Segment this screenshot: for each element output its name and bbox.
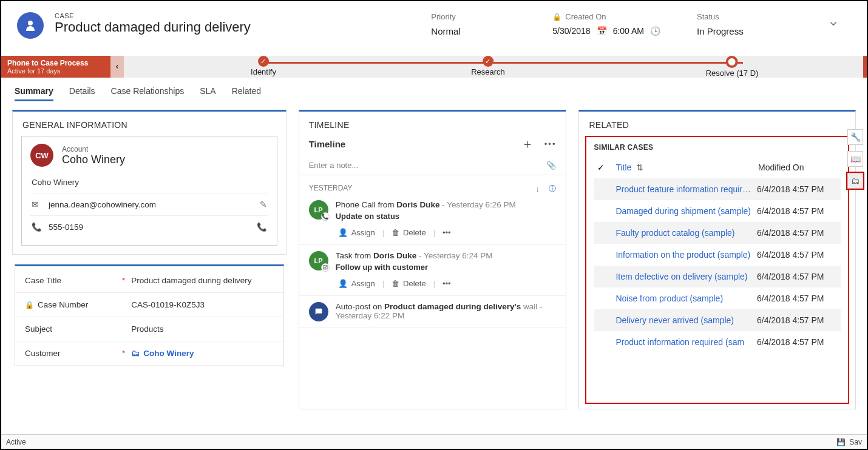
- tab-sla[interactable]: SLA: [200, 86, 215, 101]
- sort-icon[interactable]: ⇅: [636, 163, 643, 172]
- assign-button[interactable]: 👤Assign: [336, 278, 378, 289]
- activity-subject: Update on status: [336, 212, 557, 221]
- general-title: GENERAL INFORMATION: [13, 112, 286, 136]
- related-panel: RELATED SIMILAR CASES ✓ Title ⇅ Modified…: [578, 110, 856, 409]
- phone-icon: 📞: [32, 222, 42, 232]
- attachment-icon[interactable]: 📎: [546, 161, 556, 170]
- case-modified: 6/4/2018 4:57 PM: [757, 272, 836, 281]
- case-title-link[interactable]: Damaged during shipment (sample): [615, 206, 757, 216]
- timeline-group-label: YESTERDAY: [309, 184, 353, 194]
- similar-case-row[interactable]: Product feature information requir…6/4/2…: [594, 178, 841, 200]
- save-button[interactable]: 💾Sav: [836, 438, 862, 446]
- business-process-flow: Phone to Case Process Active for 17 days…: [1, 56, 867, 78]
- timeline-note-input[interactable]: Enter a note... 📎: [299, 156, 566, 175]
- general-information-panel: GENERAL INFORMATION CW Account Coho Wine…: [12, 110, 287, 255]
- field-customer[interactable]: Customer * 🗂Coho Winery: [15, 341, 283, 366]
- case-title-link[interactable]: Product feature information requir…: [615, 184, 757, 194]
- case-title-link[interactable]: Faulty product catalog (sample): [615, 228, 757, 238]
- sort-arrow-icon[interactable]: ↓: [535, 185, 539, 193]
- tab-case-relationships[interactable]: Case Relationships: [111, 86, 185, 101]
- user-avatar: LP📞: [309, 200, 328, 220]
- more-icon[interactable]: •••: [440, 227, 453, 238]
- assistant-rail: 🔧 📖 🗂: [847, 129, 863, 189]
- timeline-overflow-icon[interactable]: •••: [544, 139, 557, 149]
- stage-research[interactable]: ✓Research: [471, 56, 505, 76]
- similar-case-row[interactable]: Item defective on delivery (sample)6/4/2…: [594, 266, 841, 287]
- trash-icon: 🗑: [392, 279, 399, 288]
- rail-wrench-icon[interactable]: 🔧: [847, 129, 863, 145]
- field-case-title[interactable]: Case Title * Product damaged during deli…: [15, 269, 283, 293]
- account-email-row[interactable]: ✉jenna.dean@cohowinery.com ✎: [30, 193, 268, 215]
- case-modified: 6/4/2018 4:57 PM: [757, 206, 836, 216]
- timeline-item[interactable]: Auto-post on Product damaged during deli…: [299, 296, 566, 328]
- record-state: Active: [6, 438, 26, 446]
- record-header: CASE Product damaged during delivery Pri…: [1, 1, 867, 56]
- delete-button[interactable]: 🗑Delete: [389, 227, 429, 238]
- similar-case-row[interactable]: Faulty product catalog (sample)6/4/2018 …: [594, 222, 841, 244]
- account-name[interactable]: Coho Winery: [62, 153, 125, 166]
- similar-case-row[interactable]: Information on the product (sample)6/4/2…: [594, 244, 841, 266]
- timeline-title: TIMELINE: [299, 112, 566, 136]
- field-case-number: 🔒Case Number * CAS-01019-K0Z5J3: [15, 293, 283, 317]
- header-priority: Priority Normal: [431, 12, 516, 36]
- similar-cases-highlight: SIMILAR CASES ✓ Title ⇅ Modified On Prod…: [585, 136, 849, 404]
- timeline-item[interactable]: LP📞 Phone Call from Doris Duke - Yesterd…: [299, 194, 566, 245]
- similar-case-row[interactable]: Product information required (sam6/4/201…: [594, 331, 841, 353]
- case-title-link[interactable]: Delivery never arrived (sample): [615, 315, 757, 325]
- header-status: Status In Progress: [697, 12, 782, 36]
- field-subject[interactable]: Subject * Products: [15, 317, 283, 341]
- timeline-add-icon[interactable]: ＋: [521, 136, 534, 152]
- activity-subject: Follow up with customer: [336, 263, 557, 272]
- col-modified[interactable]: Modified On: [758, 163, 837, 172]
- similar-cases-header: ✓ Title ⇅ Modified On: [594, 160, 841, 178]
- expand-header-icon[interactable]: [828, 18, 839, 29]
- stage-identify[interactable]: ✓Identify: [251, 56, 276, 76]
- mail-icon: ✉: [32, 200, 42, 209]
- stage-resolve[interactable]: Resolve (17 D): [706, 56, 759, 78]
- select-all-icon[interactable]: ✓: [597, 163, 609, 172]
- record-title: Product damaged during delivery: [55, 19, 251, 35]
- case-modified: 6/4/2018 4:57 PM: [757, 184, 836, 194]
- timeline-item[interactable]: LP☑ Task from Doris Duke - Yesterday 6:2…: [299, 245, 566, 296]
- tab-related[interactable]: Related: [232, 86, 261, 101]
- related-title: RELATED: [579, 112, 855, 136]
- account-avatar: CW: [30, 144, 53, 167]
- process-collapse-icon[interactable]: [110, 56, 124, 78]
- save-icon: 💾: [836, 438, 846, 446]
- rail-book-icon[interactable]: 📖: [847, 151, 863, 167]
- lock-icon: 🔒: [25, 301, 34, 309]
- clock-icon[interactable]: 🕒: [650, 26, 660, 36]
- created-date: 5/30/2018: [552, 26, 590, 36]
- created-time: 6:00 AM: [613, 26, 644, 36]
- account-display-name: Coho Winery: [30, 172, 268, 193]
- similar-case-row[interactable]: Delivery never arrived (sample)6/4/2018 …: [594, 309, 841, 331]
- info-icon[interactable]: ⓘ: [549, 184, 556, 194]
- rail-similar-icon[interactable]: 🗂: [847, 173, 863, 189]
- case-title-link[interactable]: Item defective on delivery (sample): [615, 272, 757, 281]
- tab-summary[interactable]: Summary: [15, 86, 53, 101]
- delete-button[interactable]: 🗑Delete: [389, 278, 429, 289]
- case-modified: 6/4/2018 4:57 PM: [757, 337, 836, 347]
- timeline-heading: Timeline: [309, 139, 346, 149]
- account-phone-row[interactable]: 📞555-0159 📞: [30, 215, 268, 238]
- status-bar: Active 💾Sav: [1, 434, 867, 449]
- similar-case-row[interactable]: Damaged during shipment (sample)6/4/2018…: [594, 200, 841, 222]
- case-title-link[interactable]: Information on the product (sample): [615, 250, 757, 260]
- tab-details[interactable]: Details: [69, 86, 95, 101]
- case-title-link[interactable]: Product information required (sam: [615, 337, 757, 347]
- similar-case-row[interactable]: Noise from product (sample)6/4/2018 4:57…: [594, 287, 841, 309]
- lock-icon: 🔒: [552, 13, 561, 21]
- case-title-link[interactable]: Noise from product (sample): [615, 294, 757, 303]
- similar-cases-heading: SIMILAR CASES: [594, 143, 841, 152]
- col-title[interactable]: Title: [615, 163, 631, 172]
- calendar-icon[interactable]: 📅: [597, 26, 607, 36]
- send-email-icon[interactable]: ✎: [260, 200, 267, 209]
- assign-icon: 👤: [338, 228, 348, 237]
- more-icon[interactable]: •••: [440, 278, 453, 289]
- activity-type-icon: ☑: [321, 263, 330, 272]
- call-icon[interactable]: 📞: [257, 222, 267, 232]
- assign-button[interactable]: 👤Assign: [336, 227, 378, 238]
- assign-icon: 👤: [338, 279, 348, 288]
- process-name-block[interactable]: Phone to Case Process Active for 17 days: [1, 56, 110, 78]
- form-tabs: Summary Details Case Relationships SLA R…: [1, 78, 867, 101]
